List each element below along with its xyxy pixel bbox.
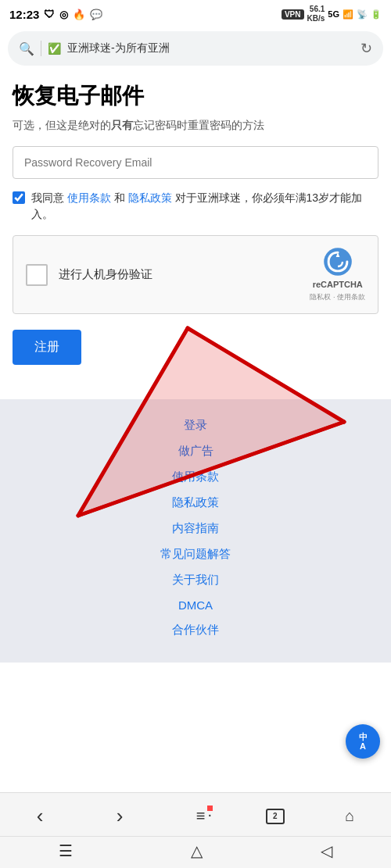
recaptcha-privacy-link[interactable]: 隐私权 xyxy=(310,293,331,301)
chat-icon: 💬 xyxy=(90,9,102,20)
recaptcha-terms-link[interactable]: 使用条款 xyxy=(337,293,365,301)
recaptcha-logo-icon xyxy=(323,247,353,277)
recaptcha-left: 进行人机身份验证 xyxy=(26,264,152,286)
wifi-icon: 📡 xyxy=(357,9,368,20)
tab-count: 2 xyxy=(266,809,285,824)
footer-link-faq[interactable]: 常见问题解答 xyxy=(160,547,231,562)
system-menu-icon[interactable]: ☰ xyxy=(43,840,88,862)
page-title: 恢复电子邮件 xyxy=(13,81,378,111)
system-nav-bar: ☰ △ ◁ xyxy=(0,836,391,868)
browser-nav-bar: ‹ › ≡ · 2 ⌂ xyxy=(0,793,391,836)
home-button[interactable]: ⌂ xyxy=(332,804,367,828)
status-time: 12:23 xyxy=(9,8,39,21)
tabs-button[interactable]: 2 xyxy=(266,809,285,824)
divider xyxy=(41,41,41,56)
terms-link[interactable]: 使用条款 xyxy=(67,191,111,204)
signal-5g-icon: 5G xyxy=(328,9,339,19)
recaptcha-right: reCAPTCHA 隐私权 · 使用条款 xyxy=(310,247,365,302)
bottom-nav: ‹ › ≡ · 2 ⌂ ☰ △ ◁ xyxy=(0,792,391,868)
system-home-icon[interactable]: △ xyxy=(175,840,218,862)
battery-icon: 🔋 xyxy=(371,9,382,20)
browser-address-bar[interactable]: 🔍 ✅ 亚洲球迷-为所有亚洲 ↻ xyxy=(8,31,383,66)
vpn-badge: VPN xyxy=(282,9,304,20)
shield-icon: 🛡 xyxy=(44,8,55,20)
search-icon: 🔍 xyxy=(19,41,34,56)
footer-link-content[interactable]: 内容指南 xyxy=(172,521,219,536)
footer-link-about[interactable]: 关于我们 xyxy=(172,573,219,588)
recaptcha-brand-label: reCAPTCHA xyxy=(313,280,363,289)
main-content: 恢复电子邮件 可选，但这是绝对的只有忘记密码时重置密码的方法 我同意 使用条款 … xyxy=(0,69,391,384)
forward-button[interactable]: › xyxy=(104,801,136,831)
terms-row: 我同意 使用条款 和 隐私政策 对于亚洲球迷，你必须年满13岁才能加入。 xyxy=(13,190,378,223)
system-back-icon[interactable]: ◁ xyxy=(305,840,348,862)
translate-fab[interactable]: 中 A xyxy=(346,724,380,759)
footer-link-advertise[interactable]: 做广告 xyxy=(178,444,213,459)
recaptcha-label: 进行人机身份验证 xyxy=(59,267,152,282)
translate-fab-label: 中 A xyxy=(359,732,368,751)
circle-icon: ◎ xyxy=(59,9,68,20)
fire-icon: 🔥 xyxy=(73,9,85,20)
nav-notification-dot: · xyxy=(207,805,213,811)
signal-bars-icon: 📶 xyxy=(343,9,353,20)
terms-checkbox[interactable] xyxy=(13,191,25,204)
footer-link-partner[interactable]: 合作伙伴 xyxy=(172,623,219,638)
status-bar: 12:23 🛡 ◎ 🔥 💬 VPN 56.1 KB/s 5G 📶 📡 🔋 xyxy=(0,0,391,28)
footer-section: 登录 做广告 使用条款 隐私政策 内容指南 常见问题解答 关于我们 DMCA 合… xyxy=(0,399,391,663)
recaptcha-widget[interactable]: 进行人机身份验证 reCAPTCHA 隐私权 · 使用条款 xyxy=(13,235,378,314)
secure-icon: ✅ xyxy=(48,42,61,55)
footer-link-privacy[interactable]: 隐私政策 xyxy=(172,495,219,510)
back-button[interactable]: ‹ xyxy=(24,801,56,831)
reload-icon[interactable]: ↻ xyxy=(361,40,372,57)
privacy-link[interactable]: 隐私政策 xyxy=(128,191,172,204)
footer-link-terms[interactable]: 使用条款 xyxy=(172,470,219,484)
register-button[interactable]: 注册 xyxy=(13,330,81,365)
subtitle: 可选，但这是绝对的只有忘记密码时重置密码的方法 xyxy=(13,117,378,134)
footer-link-dmca[interactable]: DMCA xyxy=(178,598,213,612)
footer-link-login[interactable]: 登录 xyxy=(184,418,207,433)
recaptcha-policy-links: 隐私权 · 使用条款 xyxy=(310,292,365,302)
speed-indicator: 56.1 KB/s xyxy=(307,5,325,23)
url-text[interactable]: 亚洲球迷-为所有亚洲 xyxy=(67,41,354,55)
email-input[interactable] xyxy=(13,146,378,179)
browser-menu-button[interactable]: ≡ · xyxy=(184,804,218,828)
recaptcha-checkbox[interactable] xyxy=(26,264,48,286)
